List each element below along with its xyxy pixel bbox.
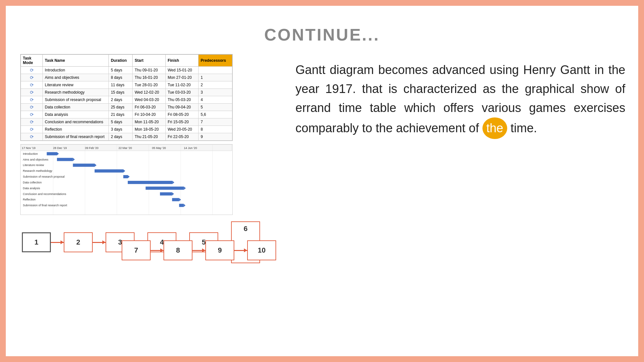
task-predecessors-cell: 3 bbox=[199, 89, 232, 96]
task-start-cell: Fri 10-04-20 bbox=[133, 111, 166, 118]
task-icon-cell: ⟳ bbox=[21, 104, 43, 111]
task-icon-cell: ⟳ bbox=[21, 96, 43, 104]
svg-marker-27 bbox=[128, 175, 130, 178]
task-name-cell: Submission of final research report bbox=[43, 133, 109, 141]
task-predecessors-cell: 5 bbox=[199, 104, 232, 111]
task-name-cell: Submission of research proposal bbox=[43, 96, 109, 104]
task-start-cell: Thu 09-01-20 bbox=[133, 67, 166, 74]
task-mode-icon: ⟳ bbox=[29, 134, 35, 139]
task-start-cell: Tue 28-01-20 bbox=[133, 81, 166, 89]
col-predecessors: Predecessors bbox=[199, 55, 232, 67]
task-mode-icon: ⟳ bbox=[29, 119, 35, 125]
svg-rect-20 bbox=[73, 163, 95, 167]
task-duration-cell: 3 days bbox=[109, 126, 133, 133]
task-predecessors-cell: 2 bbox=[199, 81, 232, 89]
task-icon-cell: ⟳ bbox=[21, 133, 43, 141]
svg-marker-36 bbox=[172, 192, 174, 196]
task-duration-cell: 5 days bbox=[109, 67, 133, 74]
table-row: ⟳ Submission of final research report 2 … bbox=[21, 133, 232, 141]
task-duration-cell: 2 days bbox=[109, 133, 133, 141]
flow-box-1: 1 bbox=[22, 232, 51, 252]
task-icon-cell: ⟳ bbox=[21, 81, 43, 89]
task-name-cell: Data collection bbox=[43, 104, 109, 111]
table-row: ⟳ Data collection 25 days Fri 06-03-20 T… bbox=[21, 104, 232, 111]
task-mode-icon: ⟳ bbox=[29, 82, 35, 88]
page-content: CONTINUE... TaskMode Task Name Duration … bbox=[6, 6, 638, 356]
task-icon-cell: ⟳ bbox=[21, 126, 43, 133]
task-start-cell: Fri 06-03-20 bbox=[133, 104, 166, 111]
left-border bbox=[0, 0, 6, 362]
svg-rect-23 bbox=[95, 169, 123, 172]
gantt-chart-svg: 17 Nov '19 28 Dec '19 09 Feb '20 22 Mar … bbox=[20, 144, 233, 215]
table-row: ⟳ Reflection 3 days Mon 18-05-20 Wed 20-… bbox=[21, 126, 232, 133]
task-finish-cell: Mon 27-01-20 bbox=[165, 74, 199, 81]
task-name-cell: Reflection bbox=[43, 126, 109, 133]
task-start-cell: Thu 16-01-20 bbox=[133, 74, 166, 81]
task-mode-icon: ⟳ bbox=[29, 97, 35, 102]
flow-box-9: 9 bbox=[205, 240, 234, 260]
task-name-cell: Aims and objectives bbox=[43, 74, 109, 81]
task-finish-cell: Fri 22-05-20 bbox=[165, 133, 199, 141]
svg-rect-32 bbox=[145, 187, 184, 190]
svg-text:Aims and objectives: Aims and objectives bbox=[23, 158, 49, 161]
col-task-name: Task Name bbox=[43, 55, 109, 67]
task-predecessors-cell: 8 bbox=[199, 126, 232, 133]
task-name-cell: Data analysis bbox=[43, 111, 109, 118]
svg-text:17 Nov '19: 17 Nov '19 bbox=[22, 146, 35, 150]
svg-text:Submission of final research r: Submission of final research report bbox=[23, 204, 67, 207]
task-name-cell: Literature review bbox=[43, 81, 109, 89]
svg-marker-24 bbox=[123, 169, 125, 172]
gantt-table: TaskMode Task Name Duration Start Finish… bbox=[21, 54, 232, 141]
task-duration-cell: 21 days bbox=[109, 111, 133, 118]
col-task-mode: TaskMode bbox=[21, 55, 43, 67]
table-row: ⟳ Aims and objectives 8 days Thu 16-01-2… bbox=[21, 74, 232, 81]
task-duration-cell: 11 days bbox=[109, 81, 133, 89]
svg-text:05 May '20: 05 May '20 bbox=[152, 146, 166, 150]
right-panel: Gantt diagram becomes advanced using Hen… bbox=[295, 54, 625, 356]
table-row: ⟳ Submission of research proposal 2 days… bbox=[21, 96, 232, 104]
flow-box-2: 2 bbox=[64, 232, 93, 252]
svg-text:28 Dec '19: 28 Dec '19 bbox=[53, 146, 67, 150]
task-finish-cell: Wed 15-01-20 bbox=[165, 67, 199, 74]
svg-rect-14 bbox=[47, 152, 57, 155]
svg-rect-17 bbox=[57, 158, 73, 161]
flow-arrow-1-2 bbox=[51, 242, 64, 243]
task-mode-icon: ⟳ bbox=[29, 68, 35, 73]
svg-marker-21 bbox=[95, 163, 97, 167]
highlight-word: the bbox=[482, 117, 507, 139]
bottom-border bbox=[0, 356, 644, 362]
task-mode-icon: ⟳ bbox=[29, 105, 35, 110]
task-predecessors-cell bbox=[199, 67, 232, 74]
task-icon-cell: ⟳ bbox=[21, 118, 43, 126]
svg-text:Submission of research proposa: Submission of research proposal bbox=[23, 175, 65, 178]
flow-arrow-2-3 bbox=[93, 242, 106, 243]
col-finish: Finish bbox=[165, 55, 199, 67]
svg-rect-41 bbox=[179, 204, 184, 207]
task-name-cell: Introduction bbox=[43, 67, 109, 74]
svg-text:14 Jun '20: 14 Jun '20 bbox=[184, 146, 197, 150]
left-panel: TaskMode Task Name Duration Start Finish… bbox=[19, 54, 283, 356]
svg-rect-26 bbox=[123, 175, 128, 178]
task-mode-icon: ⟳ bbox=[29, 127, 35, 132]
flow-arrow-7-8 bbox=[151, 250, 163, 251]
task-finish-cell: Fri 15-05-20 bbox=[165, 118, 199, 126]
task-icon-cell: ⟳ bbox=[21, 67, 43, 74]
svg-text:Data collection: Data collection bbox=[23, 181, 42, 184]
svg-text:Reflection: Reflection bbox=[23, 198, 36, 201]
task-predecessors-cell: 9 bbox=[199, 133, 232, 141]
task-duration-cell: 15 days bbox=[109, 89, 133, 96]
task-start-cell: Thu 21-05-20 bbox=[133, 133, 166, 141]
svg-marker-42 bbox=[183, 204, 185, 207]
task-icon-cell: ⟳ bbox=[21, 111, 43, 118]
task-duration-cell: 5 days bbox=[109, 118, 133, 126]
svg-marker-15 bbox=[57, 152, 59, 155]
flow-diagram: 1 2 3 4 5 6 bbox=[19, 221, 283, 260]
task-name-cell: Conclusion and recommendations bbox=[43, 118, 109, 126]
svg-text:Data analysis: Data analysis bbox=[23, 187, 40, 190]
svg-text:Conclusion and recommendations: Conclusion and recommendations bbox=[23, 192, 66, 196]
col-start: Start bbox=[133, 55, 166, 67]
top-border bbox=[0, 0, 644, 6]
task-icon-cell: ⟳ bbox=[21, 89, 43, 96]
svg-text:Literature review: Literature review bbox=[23, 163, 44, 167]
flow-box-7: 7 bbox=[122, 240, 151, 260]
